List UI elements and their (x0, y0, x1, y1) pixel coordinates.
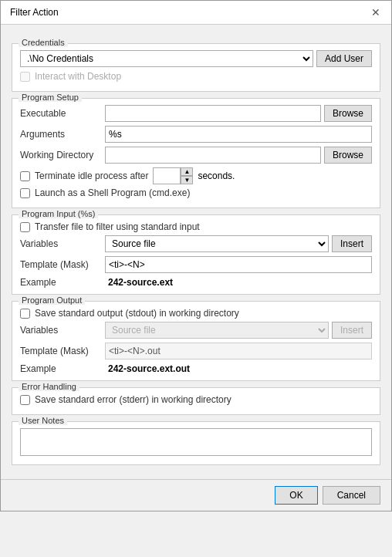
terminate-row: Terminate idle process after 10 ▲ ▼ seco… (20, 167, 372, 184)
spinner-up-button[interactable]: ▲ (181, 167, 193, 176)
input-example-row: Example 242-source.ext (20, 277, 372, 288)
output-variables-dropdown[interactable]: Source file (105, 322, 329, 339)
terminate-label: Terminate idle process after (35, 170, 148, 181)
working-dir-label: Working Directory (20, 150, 105, 160)
output-variables-label: Variables (20, 325, 105, 336)
credentials-title: Credentials (19, 38, 68, 47)
program-output-title: Program Output (19, 295, 85, 305)
save-stdout-checkbox[interactable] (20, 309, 30, 319)
input-example-value: 242-source.ext (105, 277, 173, 288)
output-example-value: 242-source.ext.out (105, 363, 190, 374)
input-template-input[interactable] (105, 256, 372, 273)
executable-input[interactable] (105, 105, 321, 122)
title-bar: Filter Action ✕ (1, 1, 391, 25)
seconds-label: seconds. (198, 170, 235, 181)
executable-row: Executable Browse (20, 105, 372, 122)
program-setup-section: Program Setup Executable Browse Argument… (12, 98, 380, 208)
output-template-label: Template (Mask) (20, 346, 105, 356)
shell-program-row: Launch as a Shell Program (cmd.exe) (20, 187, 372, 198)
arguments-label: Arguments (20, 129, 105, 140)
credentials-row: .\No Credentials Add User (20, 50, 372, 67)
working-dir-row: Working Directory Browse (20, 147, 372, 164)
add-user-button[interactable]: Add User (316, 50, 372, 67)
transfer-file-checkbox[interactable] (20, 222, 30, 232)
arguments-row: Arguments (20, 126, 372, 143)
filter-action-dialog: Filter Action ✕ Credentials .\No Credent… (0, 0, 392, 511)
transfer-file-row: Transfer file to filter using standard i… (20, 221, 372, 232)
error-handling-section: Error Handling Save standard error (stde… (12, 387, 380, 415)
output-example-label: Example (20, 363, 105, 374)
dialog-content: Credentials .\No Credentials Add User In… (1, 25, 391, 479)
input-variables-dropdown[interactable]: Source file (105, 235, 329, 252)
user-notes-input[interactable] (20, 428, 372, 456)
credentials-dropdown[interactable]: .\No Credentials (20, 50, 313, 67)
program-setup-title: Program Setup (19, 93, 82, 102)
credentials-section: Credentials .\No Credentials Add User In… (12, 43, 380, 92)
input-example-label: Example (20, 277, 105, 288)
program-output-section: Program Output Save standard output (std… (12, 301, 380, 381)
transfer-file-label: Transfer file to filter using standard i… (35, 221, 200, 232)
input-insert-button[interactable]: Insert (332, 235, 372, 252)
browse-working-dir-button[interactable]: Browse (324, 147, 372, 164)
user-notes-title: User Notes (19, 416, 67, 425)
spinner-buttons: ▲ ▼ (181, 167, 193, 184)
input-template-row: Template (Mask) (20, 256, 372, 273)
interact-desktop-checkbox[interactable] (20, 72, 30, 82)
program-input-title: Program Input (%s) (19, 209, 98, 218)
ok-button[interactable]: OK (275, 486, 317, 505)
dialog-footer: OK Cancel (1, 479, 391, 511)
output-insert-button[interactable]: Insert (332, 322, 372, 339)
program-input-section: Program Input (%s) Transfer file to filt… (12, 214, 380, 295)
input-template-label: Template (Mask) (20, 259, 105, 270)
save-stderr-checkbox[interactable] (20, 395, 30, 405)
output-example-row: Example 242-source.ext.out (20, 363, 372, 374)
working-dir-input[interactable] (105, 147, 321, 164)
output-template-row: Template (Mask) <ti>-<N>.out (20, 343, 372, 360)
input-variables-label: Variables (20, 238, 105, 249)
output-template-value: <ti>-<N>.out (105, 343, 372, 360)
user-notes-section: User Notes (12, 421, 380, 465)
terminate-checkbox[interactable] (20, 171, 30, 181)
executable-label: Executable (20, 108, 105, 119)
arguments-input[interactable] (105, 126, 372, 143)
output-variables-row: Variables Source file Insert (20, 322, 372, 339)
save-stdout-row: Save standard output (stdout) in working… (20, 308, 372, 319)
terminate-value-input[interactable]: 10 (153, 167, 181, 184)
save-stderr-row: Save standard error (stderr) in working … (20, 394, 372, 405)
close-button[interactable]: ✕ (370, 7, 382, 18)
cancel-button[interactable]: Cancel (323, 486, 380, 505)
shell-program-checkbox[interactable] (20, 188, 30, 198)
shell-program-label: Launch as a Shell Program (cmd.exe) (35, 187, 190, 198)
dialog-title: Filter Action (10, 7, 59, 18)
browse-executable-button[interactable]: Browse (324, 105, 372, 122)
interact-desktop-label: Interact with Desktop (35, 71, 121, 82)
error-handling-title: Error Handling (19, 382, 79, 391)
interact-desktop-row: Interact with Desktop (20, 71, 372, 82)
save-stdout-label: Save standard output (stdout) in working… (35, 308, 239, 319)
input-variables-row: Variables Source file Insert (20, 235, 372, 252)
spinner-down-button[interactable]: ▼ (181, 176, 193, 184)
save-stderr-label: Save standard error (stderr) in working … (35, 394, 231, 405)
terminate-spinner: 10 ▲ ▼ (153, 167, 193, 184)
